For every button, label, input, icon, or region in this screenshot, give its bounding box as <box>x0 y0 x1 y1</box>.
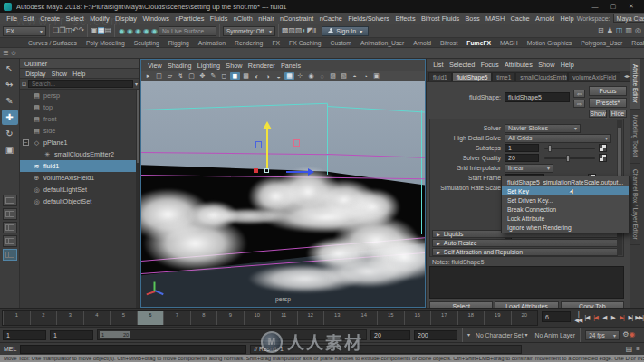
multisample-icon[interactable]: ⊹ <box>295 72 305 80</box>
chevron-down-icon[interactable]: ▾ <box>467 332 470 338</box>
menu-windows[interactable]: Windows <box>139 14 172 23</box>
ae-tab-smallcloudsemitter2[interactable]: smallCloudsEmitter2 <box>515 72 568 81</box>
lock-camera-icon[interactable]: ◫ <box>154 72 164 80</box>
section-self-attraction[interactable]: ▶Self Attraction and Repulsion <box>432 248 618 256</box>
paint-select-tool-icon[interactable]: ✎ <box>2 93 18 109</box>
timeline-frame-11[interactable]: 11 <box>270 311 297 325</box>
textured-icon[interactable]: ▩ <box>241 72 251 80</box>
shelf-tab-bifrost[interactable]: Bifrost <box>436 40 462 46</box>
high-detail-solve-dropdown[interactable]: All Grids▾ <box>505 134 611 143</box>
manipulator-x-axis-handle[interactable] <box>254 168 258 173</box>
render-view-icon[interactable]: ▩ <box>282 27 289 34</box>
timeline-frame-8[interactable]: 8 <box>190 311 217 325</box>
menu-file[interactable]: File <box>4 14 20 23</box>
render-settings-icon[interactable]: ▧ <box>295 27 303 34</box>
swap-node-icon[interactable]: ⇦ <box>573 90 585 98</box>
shelf-tab-realflow[interactable]: RealFlow <box>627 40 644 46</box>
ae-menu-focus[interactable]: Focus <box>478 61 502 69</box>
outliner-scrollbar[interactable] <box>136 90 139 308</box>
ae-menu-help[interactable]: Help <box>558 61 577 69</box>
node-name-field[interactable]: fluidShape5 <box>505 92 570 102</box>
outliner-item-top[interactable]: ▤top <box>20 101 136 113</box>
solver-dropdown[interactable]: Navier-Stokes▾ <box>505 124 581 133</box>
shelf-gear-icon[interactable]: ⊙ <box>11 50 16 56</box>
mel-input[interactable] <box>20 345 246 354</box>
sidebar-tab-channel-box[interactable]: Channel Box / Layer Editor <box>630 164 640 246</box>
texture-map-icon[interactable] <box>599 144 607 152</box>
menu-set-selector[interactable]: FX▾ <box>3 26 46 36</box>
layout-single-pane-button[interactable] <box>3 195 17 206</box>
menu-bifrost-fluids[interactable]: Bifrost Fluids <box>418 14 463 23</box>
depth-of-field-icon[interactable]: ◉ <box>306 72 316 80</box>
texture-map-icon[interactable] <box>599 154 607 162</box>
select-component-icon[interactable]: ▤ <box>104 27 111 34</box>
ae-menu-list[interactable]: List <box>430 61 447 69</box>
lighting-all-icon[interactable]: ◐ <box>252 73 262 80</box>
outliner-item-persp[interactable]: ▤persp <box>20 90 136 101</box>
wireframe-icon[interactable]: ◻ <box>219 72 229 80</box>
snap-surface-icon[interactable]: ◉ <box>151 27 158 35</box>
sign-in-button[interactable]: Sign In ▾ <box>322 26 369 36</box>
menu-fluids[interactable]: Fluids <box>207 14 231 23</box>
range-slider-track[interactable]: 1 20 <box>97 329 367 340</box>
gamma-icon[interactable]: ◔ <box>360 73 370 80</box>
attribute-editor-toggle-icon[interactable]: ▥ <box>625 27 632 34</box>
animation-start-field[interactable]: 1 <box>3 330 46 340</box>
command-history-icon[interactable]: ≡ <box>636 346 640 353</box>
sidebar-tab-attribute-editor[interactable]: Attribute Editor <box>630 59 640 110</box>
range-slider-handle[interactable]: 1 20 <box>100 331 130 338</box>
snap-grid-icon[interactable]: ◉ <box>119 27 125 35</box>
menu-nhair[interactable]: nHair <box>255 14 277 23</box>
playback-options-icon[interactable]: ⚙ <box>622 331 629 338</box>
snap-point-icon[interactable]: ◉ <box>135 27 141 35</box>
playback-end-field[interactable]: 20 <box>370 330 410 340</box>
layout-four-pane-button[interactable] <box>3 208 17 220</box>
grid-interpolator-dropdown[interactable]: linear▾ <box>505 164 553 173</box>
hide-button[interactable]: Hide <box>609 110 627 118</box>
step-back-frame-button[interactable]: |◀ <box>583 314 591 321</box>
launch-app-icon[interactable]: ◩ <box>306 27 313 34</box>
timeline-frame-17[interactable]: 17 <box>430 311 457 325</box>
play-backwards-button[interactable]: ◀ <box>601 314 609 321</box>
joints-xray-icon[interactable]: ▧ <box>339 72 349 80</box>
camera-attributes-icon[interactable]: ▱ <box>165 72 175 80</box>
outliner-item-side[interactable]: ▤side <box>20 125 136 137</box>
select-hierarchy-icon[interactable]: ▣ <box>91 27 98 34</box>
menu-create[interactable]: Create <box>37 14 62 23</box>
shelf-tab-curves-surfaces[interactable]: Curves / Surfaces <box>24 40 82 46</box>
go-to-end-button[interactable]: ▶▶| <box>635 314 643 321</box>
outliner-item-volumeaxisfield1[interactable]: ⊕volumeAxisField1 <box>20 172 136 184</box>
shaded-icon[interactable]: ◼ <box>230 72 240 80</box>
outliner-item-fluid1[interactable]: ≋fluid1 <box>20 160 136 172</box>
animation-end-field[interactable]: 200 <box>414 330 457 340</box>
shelf-tab-fx[interactable]: FX <box>267 40 284 46</box>
lasso-select-tool-icon[interactable]: ↬ <box>2 77 18 92</box>
ae-menu-selected[interactable]: Selected <box>447 61 478 69</box>
timeline-frame-13[interactable]: 13 <box>323 311 351 325</box>
timeline-frame-18[interactable]: 18 <box>457 311 485 325</box>
workspace-selector[interactable]: Maya Classic*▾ <box>613 14 644 23</box>
shelf-tab-fumefx[interactable]: FumeFX <box>462 40 495 46</box>
timeline-frame-10[interactable]: 10 <box>244 311 271 325</box>
mel-label[interactable]: MEL <box>4 346 16 352</box>
timeline-frame-12[interactable]: 12 <box>297 311 324 325</box>
image-plane-icon[interactable]: ▢ <box>187 72 197 80</box>
timeline-frame-19[interactable]: 19 <box>484 311 511 325</box>
outliner-menu-show[interactable]: Show <box>49 71 70 77</box>
screen-ao-icon[interactable]: ◒ <box>274 73 284 80</box>
menu-ncloth[interactable]: nCloth <box>230 14 255 23</box>
layout-persp-outliner-button[interactable] <box>3 249 17 261</box>
symmetry-selector[interactable]: Symmetry: Off▾ <box>223 26 275 36</box>
menu-mash[interactable]: MASH <box>483 14 507 23</box>
show-button[interactable]: Show <box>589 110 607 118</box>
menu-edit[interactable]: Edit <box>20 14 37 23</box>
timeline-frame-14[interactable]: 14 <box>351 311 378 325</box>
layout-persp-graph-button[interactable] <box>3 235 17 247</box>
outliner-search-input[interactable] <box>28 80 133 88</box>
menu-cache[interactable]: Cache <box>507 14 532 23</box>
history-toggle-icon[interactable]: ⊞ <box>598 27 604 34</box>
ae-menu-attributes[interactable]: Attributes <box>502 61 535 69</box>
outliner-item-smallcloudsemitter2[interactable]: ✳smallCloudsEmitter2 <box>20 148 136 160</box>
ae-tab-volumeaxisfield[interactable]: volumeAxisField <box>568 72 620 81</box>
redo-icon[interactable]: ↷ <box>79 27 85 34</box>
